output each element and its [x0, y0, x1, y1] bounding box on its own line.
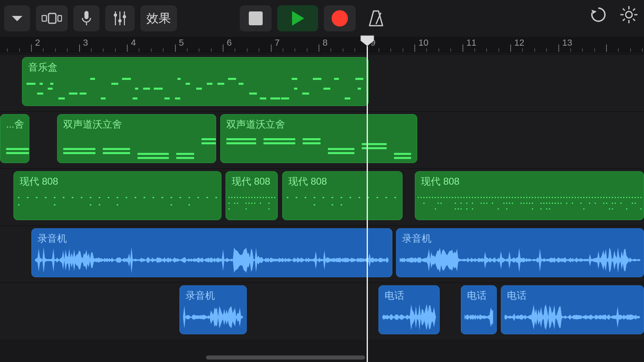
midi-region[interactable]: 现代 808	[13, 171, 221, 220]
menu-button[interactable]	[4, 5, 30, 31]
ruler-tick	[510, 44, 511, 52]
svg-rect-2	[58, 15, 62, 21]
svg-point-10	[123, 15, 126, 18]
record-icon	[332, 10, 348, 26]
gear-icon	[620, 5, 638, 24]
midi-region[interactable]: ...舍	[0, 114, 29, 163]
horizontal-scrollbar[interactable]	[206, 355, 365, 360]
ruler-bar-label: 10	[418, 38, 428, 48]
transport	[240, 5, 391, 31]
play-icon	[290, 10, 305, 26]
mic-icon	[81, 11, 92, 26]
region-label: 录音机	[402, 232, 638, 245]
stop-button[interactable]	[240, 5, 272, 31]
audio-region[interactable]: 电话	[461, 285, 497, 334]
region-label: 现代 808	[421, 175, 638, 188]
audio-region[interactable]: 电话	[501, 285, 644, 334]
toolbar: 效果	[0, 0, 644, 37]
settings-button[interactable]	[620, 5, 638, 26]
fx-label: 效果	[146, 10, 171, 27]
ruler-bar-label: 3	[83, 38, 88, 48]
ruler-bar-label: 6	[227, 38, 232, 48]
svg-line-20	[633, 9, 635, 11]
ruler-tick	[558, 44, 559, 52]
ruler-tick	[31, 44, 32, 52]
svg-line-18	[623, 9, 625, 11]
svg-point-8	[114, 13, 117, 17]
ruler-bar-label: 2	[35, 38, 40, 48]
ruler-tick	[414, 44, 415, 52]
record-button[interactable]	[324, 5, 356, 31]
metronome-icon	[367, 9, 385, 27]
fx-button[interactable]: 效果	[140, 5, 177, 31]
region-label: 电话	[467, 289, 491, 302]
ruler-bar-label: 11	[467, 38, 476, 48]
ruler-bar-label: 12	[514, 38, 524, 48]
chevron-down-icon	[11, 14, 23, 22]
ruler-tick	[223, 44, 224, 52]
timeline-ruler[interactable]: 2345678910111213	[0, 37, 644, 52]
region-label: 电话	[385, 289, 434, 302]
sliders-icon	[113, 10, 127, 26]
ruler-tick	[367, 44, 367, 52]
ruler-tick	[127, 44, 128, 52]
ruler-bar-label: 8	[323, 38, 328, 48]
midi-region[interactable]: 双声道沃立舍	[220, 114, 417, 163]
midi-region[interactable]: 双声道沃立舍	[57, 114, 216, 163]
region-label: 电话	[507, 289, 638, 302]
ruler-bar-label: 5	[179, 38, 184, 48]
region-label: 录音机	[186, 289, 241, 302]
region-label: 录音机	[38, 232, 386, 245]
stop-icon	[249, 11, 263, 25]
audio-region[interactable]: 录音机	[179, 285, 247, 334]
ruler-tick	[319, 44, 319, 52]
region-label: 现代 808	[20, 175, 215, 188]
loop-browser-button[interactable]	[589, 6, 607, 25]
ruler-tick	[463, 44, 463, 52]
svg-point-9	[118, 19, 122, 22]
track-view-icon	[42, 12, 62, 24]
svg-point-13	[626, 11, 632, 18]
region-label: 现代 808	[232, 175, 272, 188]
ruler-tick	[271, 44, 272, 52]
region-label: 音乐盒	[28, 61, 363, 74]
tracks-area[interactable]: 音乐盒...舍双声道沃立舍双声道沃立舍现代 808现代 808现代 808现代 …	[0, 52, 644, 362]
loop-icon	[589, 6, 607, 24]
track-view-button[interactable]	[36, 5, 68, 31]
midi-region[interactable]: 现代 808	[282, 171, 403, 220]
region-label: ...舍	[6, 118, 23, 131]
mic-button[interactable]	[73, 5, 100, 31]
ruler-bar-label: 4	[131, 38, 136, 48]
ruler-bar-label: 7	[275, 38, 280, 48]
audio-region[interactable]: 录音机	[396, 228, 644, 277]
midi-region[interactable]: 现代 808	[415, 171, 644, 220]
ruler-bar-label: 9	[371, 38, 376, 48]
svg-rect-3	[84, 11, 89, 19]
ruler-tick	[606, 44, 607, 52]
region-label: 现代 808	[288, 175, 396, 188]
midi-region[interactable]: 现代 808	[226, 171, 278, 220]
ruler-tick	[175, 44, 176, 52]
region-label: 双声道沃立舍	[63, 118, 210, 131]
svg-line-21	[623, 19, 625, 21]
audio-region[interactable]: 录音机	[31, 228, 392, 277]
svg-rect-11	[249, 11, 263, 25]
svg-rect-0	[42, 15, 46, 21]
midi-region[interactable]: 音乐盒	[22, 57, 369, 106]
region-label: 双声道沃立舍	[226, 118, 411, 131]
audio-region[interactable]: 电话	[378, 285, 440, 334]
ruler-bar-label: 13	[562, 38, 572, 48]
svg-line-19	[633, 19, 635, 21]
ruler-tick	[79, 44, 80, 52]
metronome-button[interactable]	[361, 5, 391, 31]
controls-button[interactable]	[105, 5, 135, 31]
play-button[interactable]	[277, 5, 318, 31]
svg-rect-1	[49, 13, 56, 23]
